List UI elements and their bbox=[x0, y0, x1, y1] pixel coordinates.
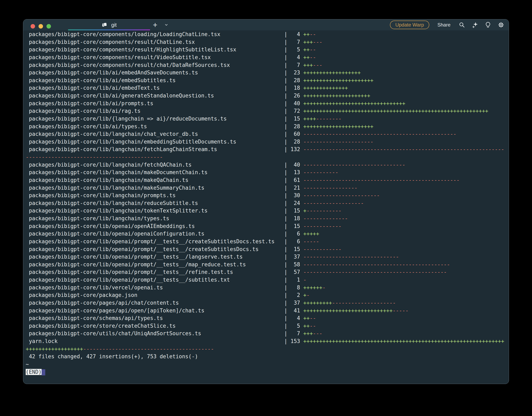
update-warp-button[interactable]: Update Warp bbox=[390, 21, 429, 29]
tab-list-chevron-icon[interactable] bbox=[164, 19, 168, 30]
diff-stat-line: packages/bibigpt-core/schemas/api/types.… bbox=[26, 314, 506, 322]
diff-stat-line: packages/bibigpt-core/lib/openai/openaiC… bbox=[26, 230, 506, 238]
share-button[interactable]: Share bbox=[437, 22, 450, 28]
pager-tilde-line: ~ bbox=[26, 360, 506, 368]
diff-stat-wrap-line: ++++++++++++++++++----------------------… bbox=[26, 345, 506, 353]
diff-stat-line: packages/bibigpt-core/lib/ai/rag.ts | 72… bbox=[26, 107, 506, 115]
tips-bulb-icon[interactable] bbox=[485, 22, 491, 28]
diff-stat-line: packages/bibigpt-core/components/result/… bbox=[26, 38, 506, 46]
pager-end-badge: (END) bbox=[26, 369, 42, 375]
diff-stat-line: packages/bibigpt-core/lib/langchain/embe… bbox=[26, 138, 506, 146]
diff-stat-line: packages/bibigpt-core/lib/{langchain => … bbox=[26, 115, 506, 123]
diff-stat-line: packages/bibigpt-core/lib/openai/prompt/… bbox=[26, 253, 506, 261]
diff-summary-line: 42 files changed, 427 insertions(+), 753… bbox=[26, 353, 506, 360]
diff-stat-line: packages/bibigpt-core/lib/openai/openAIE… bbox=[26, 223, 506, 230]
diff-stat-line: packages/bibigpt-core/lib/openai/prompt/… bbox=[26, 238, 506, 245]
diff-stat-line: packages/bibigpt-core/pages/api/chat/con… bbox=[26, 299, 506, 307]
new-tab-button[interactable]: + bbox=[153, 19, 157, 30]
diff-stat-line: packages/bibigpt-core/lib/langchain/make… bbox=[26, 169, 506, 176]
diff-stat-line: packages/bibigpt-core/lib/langchain/prom… bbox=[26, 192, 506, 199]
diff-stat-line: packages/bibigpt-core/lib/langchain/fetc… bbox=[26, 161, 506, 169]
diff-stat-line: packages/bibigpt-core/lib/langchain/fetc… bbox=[26, 145, 506, 153]
diff-stat-line: packages/bibigpt-core/lib/openai/prompt/… bbox=[26, 276, 506, 284]
diff-stat-line: packages/bibigpt-core/utils/chat/UniqAnd… bbox=[26, 330, 506, 338]
traffic-lights bbox=[31, 24, 51, 29]
titlebar: git + Update Warp Share bbox=[23, 19, 509, 30]
pager-end-line: (END) bbox=[26, 368, 506, 376]
ai-sparkles-icon[interactable] bbox=[472, 22, 478, 28]
titlebar-actions: Update Warp Share bbox=[390, 19, 504, 30]
diff-stat-line: packages/bibigpt-core/components/result/… bbox=[26, 54, 506, 61]
diff-stat-line: packages/bibigpt-core/components/loading… bbox=[26, 31, 506, 38]
settings-gear-icon[interactable] bbox=[498, 22, 504, 28]
diff-stat-line: packages/bibigpt-core/package.json | 2 +… bbox=[26, 291, 506, 299]
diff-stat-line: packages/bibigpt-core/pages/api/open/[ap… bbox=[26, 307, 506, 315]
minimize-button[interactable] bbox=[38, 24, 43, 29]
diff-stat-line: packages/bibigpt-core/components/result/… bbox=[26, 61, 506, 69]
diff-stat-line: packages/bibigpt-core/lib/langchain/make… bbox=[26, 176, 506, 184]
terminal-cursor bbox=[42, 369, 45, 375]
diff-stat-line: packages/bibigpt-core/store/createChatSl… bbox=[26, 322, 506, 330]
diff-stat-line: packages/bibigpt-core/lib/ai/generateSta… bbox=[26, 92, 506, 100]
diff-stat-line: packages/bibigpt-core/lib/openai/prompt/… bbox=[26, 268, 506, 276]
diff-stat-line: packages/bibigpt-core/lib/ai/embedText.t… bbox=[26, 84, 506, 92]
diff-stat-line: packages/bibigpt-core/lib/langchain/type… bbox=[26, 215, 506, 223]
diff-stat-line: packages/bibigpt-core/lib/langchain/chat… bbox=[26, 130, 506, 138]
warp-terminal-window: git + Update Warp Share bbox=[23, 19, 509, 384]
diff-stat-line: packages/bibigpt-core/lib/openai/prompt/… bbox=[26, 261, 506, 269]
close-button[interactable] bbox=[31, 24, 35, 29]
diff-stat-line: packages/bibigpt-core/lib/ai/prompts.ts … bbox=[26, 100, 506, 107]
terminal-output[interactable]: packages/bibigpt-core/components/loading… bbox=[23, 30, 509, 384]
tab-pages-icon bbox=[102, 22, 108, 28]
search-icon[interactable] bbox=[459, 22, 465, 28]
diff-stat-line: packages/bibigpt-core/lib/langchain/make… bbox=[26, 184, 506, 192]
zoom-button[interactable] bbox=[47, 24, 51, 29]
diff-stat-line: packages/bibigpt-core/lib/langchain/toke… bbox=[26, 207, 506, 215]
diff-stat-line: packages/bibigpt-core/components/result/… bbox=[26, 46, 506, 54]
diff-stat-wrap-line: ----------------------------------------… bbox=[26, 153, 506, 161]
diff-stat-line: packages/bibigpt-core/lib/vercel/openai.… bbox=[26, 284, 506, 292]
tab-git[interactable]: git bbox=[68, 19, 150, 30]
diff-stat-line: packages/bibigpt-core/lib/ai/types.ts | … bbox=[26, 123, 506, 131]
tab-title: git bbox=[111, 22, 117, 28]
diff-stat-line: yarn.lock | 153 ++++++++++++++++++++++++… bbox=[26, 338, 506, 345]
desktop: { "titlebar": { "tab_label": "git", "new… bbox=[0, 0, 532, 416]
diff-stat-line: packages/bibigpt-core/lib/langchain/redu… bbox=[26, 199, 506, 207]
diff-stat-line: packages/bibigpt-core/lib/openai/prompt/… bbox=[26, 245, 506, 253]
diff-stat-line: packages/bibigpt-core/lib/ai/embedSubtit… bbox=[26, 77, 506, 84]
diff-stat-line: packages/bibigpt-core/lib/ai/embedAndSav… bbox=[26, 69, 506, 77]
